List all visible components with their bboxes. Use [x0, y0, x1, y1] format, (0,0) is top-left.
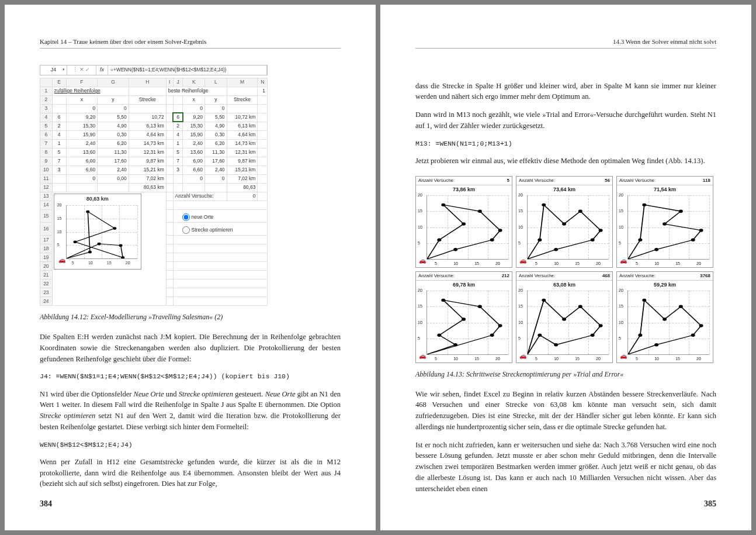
svg-point-34 — [498, 324, 502, 327]
svg-point-46 — [679, 305, 683, 308]
formula-text: =+WENN($N$1=1;E4;WENN($H$12<$M$12;E4;J4)… — [108, 65, 267, 75]
svg-point-22 — [642, 203, 646, 206]
svg-point-15 — [542, 203, 546, 206]
page-number: 385 — [704, 498, 716, 510]
body-text: Wie wir sehen, findet Excel zu Beginn in… — [415, 389, 716, 433]
body-text: Jetzt probieren wir einmal aus, wie effe… — [415, 156, 716, 167]
home-icon: 🚗 — [58, 256, 65, 264]
svg-point-27 — [699, 229, 703, 232]
svg-point-36 — [542, 299, 546, 302]
svg-point-14 — [537, 239, 542, 241]
svg-point-23 — [654, 248, 658, 251]
tsp-panel: Anzahl Versuche:5 73,86 km 20 15 10 5 🚗 … — [415, 176, 512, 268]
name-box: J4 — [40, 65, 67, 75]
svg-point-26 — [691, 239, 695, 241]
page-right: 14.3 Wenn der Solver einmal nicht solvt … — [380, 5, 751, 530]
svg-point-33 — [490, 334, 494, 337]
code-line: M13: =WENN(N1=1;0;M13+1) — [415, 139, 716, 149]
svg-point-2 — [121, 256, 124, 258]
svg-point-35 — [537, 334, 542, 337]
svg-point-30 — [453, 343, 457, 346]
svg-point-8 — [441, 203, 445, 206]
formula-bar: J4 ⋮ ✕ ✓ fx =+WENN($N$1=1;E4;WENN($H$12<… — [40, 65, 268, 75]
svg-point-38 — [562, 317, 566, 320]
radio-neue-orte[interactable] — [182, 213, 190, 221]
svg-point-45 — [663, 317, 667, 320]
svg-point-17 — [562, 222, 566, 225]
svg-point-20 — [599, 229, 603, 232]
svg-point-6 — [88, 251, 92, 254]
svg-point-0 — [97, 243, 100, 246]
svg-point-7 — [437, 239, 441, 241]
running-header-right: 14.3 Wenn der Solver einmal nicht solvt — [415, 37, 716, 49]
tsp-panel: Anzahl Versuche:56 73,64 km 20 15 10 5 🚗… — [516, 176, 613, 268]
svg-point-24 — [663, 222, 667, 225]
page-number: 384 — [40, 498, 52, 510]
tsp-panel: Anzahl Versuche:468 63,08 km 20 15 10 5 … — [516, 271, 613, 363]
spreadsheet-grid: EFGHIJKLMN 1zufällige Reihenfolgebeste R… — [40, 78, 268, 306]
code-line: J4: =WENN($N$1=1;E4;WENN($H$12<$M$12;E4;… — [40, 371, 341, 381]
svg-point-12 — [490, 239, 494, 241]
body-text: Wenn per Zufall in H12 eine Gesamtstreck… — [40, 457, 341, 489]
svg-point-43 — [642, 299, 646, 302]
tsp-panel: Anzahl Versuche:118 71,54 km 20 15 10 5 … — [616, 176, 713, 268]
svg-point-42 — [638, 334, 642, 337]
svg-point-18 — [578, 210, 582, 213]
figure-caption-14-13: Abbildung 14.13: Schrittweise Streckenop… — [415, 369, 716, 379]
svg-point-37 — [554, 343, 558, 346]
code-line: WENN($H$12<$M$12;E4;J4) — [40, 440, 341, 450]
running-header-left: Kapitel 14 – Traue keinem über drei oder… — [40, 37, 341, 49]
svg-point-21 — [638, 239, 642, 241]
svg-point-41 — [599, 324, 603, 327]
svg-point-9 — [453, 248, 457, 251]
svg-point-13 — [498, 229, 502, 232]
svg-point-1 — [119, 244, 122, 247]
svg-point-10 — [462, 222, 466, 225]
radio-strecke-optimieren[interactable] — [182, 226, 190, 234]
svg-point-48 — [699, 324, 703, 327]
tsp-mini-chart: 80,63 km 20 15 10 5 — [54, 194, 141, 270]
svg-point-11 — [478, 210, 482, 213]
excel-screenshot: J4 ⋮ ✕ ✓ fx =+WENN($N$1=1;E4;WENN($H$12<… — [40, 65, 268, 306]
svg-point-31 — [462, 317, 466, 320]
tsp-panel: Anzahl Versuche:3768 59,29 km 20 15 10 5… — [616, 271, 713, 363]
figure-14-13-grid: Anzahl Versuche:5 73,86 km 20 15 10 5 🚗 … — [415, 176, 713, 363]
body-text: Dann wird in M13 noch gezählt, wie viele… — [415, 109, 716, 132]
svg-point-25 — [679, 210, 683, 213]
tsp-panel: Anzahl Versuche:212 69,78 km 20 15 10 5 … — [415, 271, 512, 363]
body-text: dass die Strecke in Spalte H größer und … — [415, 81, 716, 103]
svg-point-40 — [591, 334, 595, 337]
svg-point-47 — [691, 334, 695, 337]
fx-label: fx — [96, 65, 108, 75]
body-text: N1 wird über die Optionsfelder Neue Orte… — [40, 389, 341, 433]
svg-point-32 — [478, 305, 482, 308]
figure-caption-14-12: Abbildung 14.12: Excel-Modellierung »Tra… — [40, 312, 341, 322]
body-text: Ist er noch nicht zufrieden, kann er wei… — [415, 440, 716, 495]
body-text: Die Spalten E:H werden zunächst nach J:M… — [40, 332, 341, 364]
svg-point-29 — [441, 299, 445, 302]
svg-point-28 — [437, 334, 441, 337]
svg-point-5 — [86, 210, 89, 213]
svg-point-16 — [554, 248, 558, 251]
svg-point-3 — [73, 241, 77, 244]
svg-point-39 — [578, 305, 582, 308]
svg-point-19 — [591, 239, 595, 241]
svg-point-44 — [654, 343, 658, 346]
svg-point-4 — [113, 227, 116, 230]
page-left: Kapitel 14 – Traue keinem über drei oder… — [5, 5, 376, 530]
formula-bar-icons: ⋮ ✕ ✓ — [67, 65, 96, 75]
